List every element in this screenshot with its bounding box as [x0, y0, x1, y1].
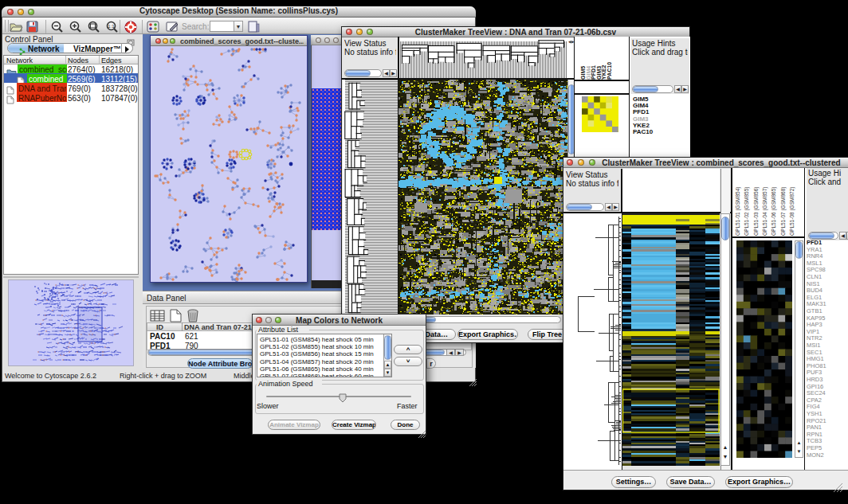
- svg-text:GPL51-06 (GSM865): GPL51-06 (GSM865): [771, 187, 777, 236]
- svg-text:GPL51-04 (GSM857): GPL51-04 (GSM857): [762, 187, 768, 236]
- svg-text:1:1: 1:1: [108, 24, 115, 29]
- svg-text:GPL51-01 (GSM854): GPL51-01 (GSM854): [735, 187, 741, 236]
- svg-text:PAC10: PAC10: [607, 62, 612, 80]
- svg-text:GPL51-07 (GSM868): GPL51-07 (GSM868): [780, 187, 787, 236]
- svg-text:GPL51-03 (GSM856): GPL51-03 (GSM856): [753, 187, 760, 236]
- svg-text:GPL51-02 (GSM855): GPL51-02 (GSM855): [744, 187, 750, 236]
- svg-text:GPL51-08 (GSM872): GPL51-08 (GSM872): [789, 187, 795, 236]
